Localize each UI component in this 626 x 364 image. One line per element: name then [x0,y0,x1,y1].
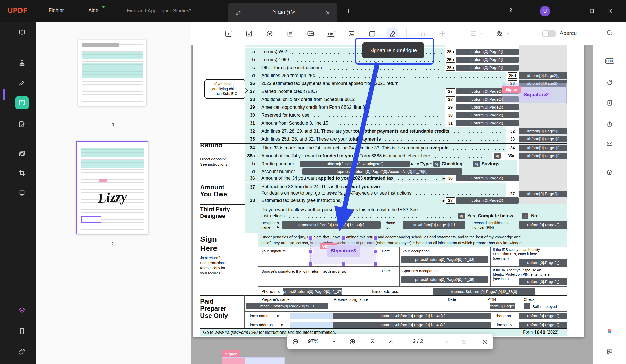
tab-count-dropdown[interactable]: 2 [509,7,518,13]
stamp-tool-icon[interactable] [15,56,29,69]
layout-grid-tool[interactable] [437,28,448,39]
form-field[interactable]: ubform[0].Page2[( [456,112,519,118]
share-icon[interactable] [604,118,615,130]
signature1-overlay[interactable]: Signer [222,350,284,364]
image-field-tool[interactable] [346,28,357,39]
form-field[interactable]: ubform[0].Page2[( [519,72,567,79]
form-field[interactable]: ubform[0].Page2[( [519,145,567,151]
mail-icon[interactable] [604,138,615,149]
form-field[interactable]: ubform[0].Page2[( [456,65,519,71]
window-close-button[interactable] [607,8,614,14]
form-field[interactable]: pmostSubform[0].Page2[0].f2_37[ [283,288,342,295]
extract-pages-icon[interactable] [15,187,29,200]
align-tool[interactable] [468,28,479,39]
attachment-icon[interactable] [15,345,29,358]
resize-handle[interactable] [309,262,313,266]
resize-handle[interactable] [373,249,377,253]
text-field-tool[interactable]: TI [223,28,234,39]
form-field[interactable]: ubform[0].Page2[( [456,175,519,181]
layers-icon[interactable] [15,304,29,317]
minimize-button[interactable] [570,8,576,14]
list-box-tool[interactable] [285,28,296,39]
checkbox-tool[interactable] [243,28,255,39]
form-mode-icon[interactable] [15,96,29,109]
export-icon[interactable] [604,97,615,109]
page-thumbnail-2-selected[interactable]: Lizzy [76,141,148,234]
crop-icon[interactable] [15,166,29,179]
form-field[interactable]: topmostSubform[0].Page2[0].f2_41[0] [333,313,491,319]
form-field[interactable]: form[0].Page2[ [490,303,515,309]
previous-page-button[interactable] [385,336,397,348]
form-field[interactable]: ubform[0].Page2[( [456,197,519,204]
close-zoombar-button[interactable] [479,336,491,348]
form-field[interactable]: ubform[0].Page2[( [456,120,519,126]
archive-icon[interactable] [604,167,615,178]
ai-assistant-icon[interactable] [604,325,615,337]
properties-tool[interactable] [494,28,505,39]
properties-caret-icon[interactable] [506,31,510,36]
menu-fichier[interactable]: Fichier [49,7,64,13]
next-page-button[interactable] [440,336,452,348]
resize-handle[interactable] [373,262,377,266]
feedback-icon[interactable] [604,346,615,357]
form-field[interactable]: ubform[0].Page2[( [519,221,567,229]
form-field[interactable]: ubform[0].Page2[( [519,128,567,134]
new-tab-button[interactable] [345,8,352,14]
checkbox-field[interactable]: 0] [494,153,501,159]
annotate-mode-icon[interactable] [15,76,29,90]
preview-toggle[interactable] [542,30,556,37]
organize-pages-icon[interactable] [15,147,29,160]
tab-close-icon[interactable] [325,10,331,16]
push-button-tool[interactable]: OK [325,28,337,39]
signature3-overlay[interactable]: Signer Signature3 [310,238,376,264]
form-field[interactable]: ubform[0].Page2[( [519,191,567,197]
checkbox-field[interactable]: 0] [524,303,530,309]
form-field[interactable]: topmostSubform[0].Page2[0].f2_38[0] [433,288,535,295]
reader-mode-icon[interactable] [15,26,29,39]
form-field[interactable]: ubform[0].Page2[( [456,57,519,63]
first-page-button[interactable] [367,336,379,348]
resize-handle[interactable] [309,236,313,240]
convert-icon[interactable] [604,77,615,88]
align-caret-icon[interactable] [479,31,483,36]
form-field[interactable]: mostSubform[0].Page2[0].f2_3 [246,303,328,309]
form-field[interactable]: ubform[0].Page2[( [456,104,519,110]
checkbox-field[interactable]: 0] [522,213,528,219]
form-field[interactable]: topmostSubform[0].Page2[0].f2_30[0] [282,221,381,229]
tab-active[interactable]: f1040 (1)* [228,3,337,22]
zoom-in-button[interactable] [347,336,358,348]
form-field[interactable]: pmostSubform[0].Page2[0].f2_33[ [401,256,488,263]
form-field[interactable]: ubform[0].Page2[( [519,322,567,328]
zoom-out-button[interactable] [289,336,301,348]
combo-box-tool[interactable] [305,28,316,39]
menu-aide[interactable]: Aide [88,7,99,13]
maximize-button[interactable] [589,8,595,14]
last-page-button[interactable] [458,336,470,348]
form-field[interactable]: topmostSubform[0].Page2[0].AccountNo[0].… [302,168,462,175]
zoom-level[interactable]: 97% [308,338,319,344]
form-field[interactable]: ubform[0].Page2[( [519,259,567,266]
form-field[interactable]: topmostSubform[0].Page2[0].f2_43[0] [333,322,491,328]
form-field[interactable]: ubform[0].Page2[( [456,49,519,55]
resize-handle[interactable] [342,236,346,240]
resize-handle[interactable] [342,262,346,266]
panel-handle[interactable] [3,89,5,100]
form-field[interactable]: ubform[0].Page2[( [519,278,567,285]
form-field[interactable]: ubform[0].Page2[( [519,153,567,159]
form-field[interactable]: ubform[0].Page2[( [519,313,567,319]
zoom-dropdown-icon[interactable] [328,336,340,348]
avatar[interactable]: U [540,6,550,16]
search-icon[interactable] [604,27,615,38]
form-field[interactable]: ubform[0].Page2[( [519,136,567,142]
edit-mode-icon[interactable] [15,117,29,131]
resize-handle[interactable] [309,249,313,253]
form-field[interactable]: stSubform[0].Page2[0].f [403,221,465,229]
radio-button-tool[interactable] [264,28,275,39]
resize-handle[interactable] [373,236,377,240]
ocr-icon[interactable]: OCR [604,56,615,67]
checkbox-field[interactable]: 0] [458,213,465,219]
checkbox-field[interactable]: 0] [433,161,440,167]
form-field[interactable]: pmostSubform[0].Page2[0].f2_35[ [401,276,488,283]
tab-inactive[interactable]: Find-and-Appl...gher-Studies* [127,8,191,14]
checkbox-field[interactable]: 0] [473,161,480,167]
